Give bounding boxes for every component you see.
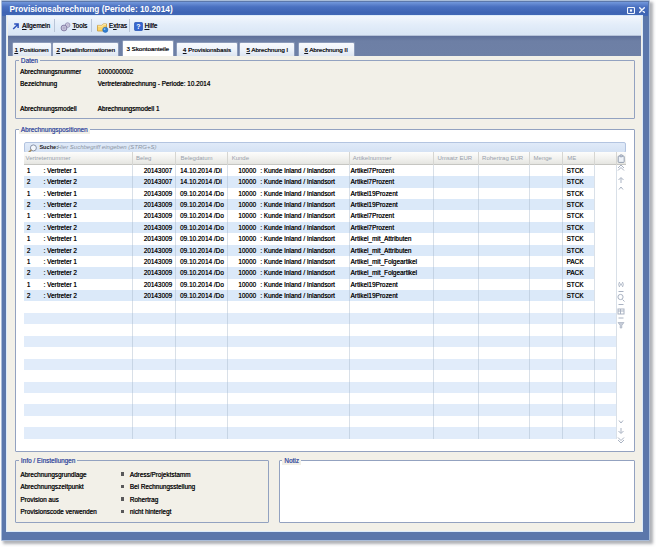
svg-text:?: ? bbox=[136, 23, 140, 30]
